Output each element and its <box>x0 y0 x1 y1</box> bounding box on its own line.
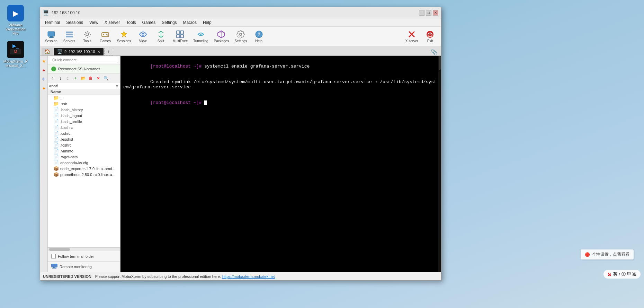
menu-sessions[interactable]: Sessions <box>63 19 86 26</box>
reconnect-button[interactable]: Reconnect SSH-browser <box>48 64 120 74</box>
toolbar-help-label: Help <box>255 39 262 43</box>
tab-home[interactable]: 🏠 <box>42 48 53 55</box>
menu-settings[interactable]: Settings <box>159 19 179 26</box>
file-item-prometheus[interactable]: 📦prometheus-2.50.0-rc.0.linux-a... <box>48 171 120 177</box>
toolbar-multiexec[interactable]: MultiExec <box>171 29 190 44</box>
file-item-viminfo[interactable]: 📄.viminfo <box>48 148 120 154</box>
toolbar-games[interactable]: Games <box>97 29 114 44</box>
menu-terminal[interactable]: Terminal <box>42 19 63 26</box>
svg-marker-18 <box>121 31 127 37</box>
menu-help[interactable]: Help <box>200 19 214 26</box>
menu-xserver[interactable]: X server <box>102 19 123 26</box>
file-toolbar-down[interactable]: ↓ <box>57 75 64 82</box>
file-toolbar-up[interactable]: ↑ <box>49 75 56 82</box>
file-list-scrollbar[interactable] <box>48 247 120 251</box>
file-item-wget_hsts[interactable]: 📄.wget-hsts <box>48 154 120 160</box>
toolbar-tunneling[interactable]: Tunneling <box>191 29 211 44</box>
menu-games[interactable]: Games <box>140 19 159 26</box>
file-icon-dotdot: 📁 <box>53 95 59 100</box>
mobaxterm-label: MobaXterm_Personal_2... <box>3 59 28 68</box>
file-item-anaconda[interactable]: 📄anaconda-ks.cfg <box>48 160 120 166</box>
file-item-lesshst[interactable]: 📄.lesshst <box>48 136 120 142</box>
games-icon <box>101 29 109 39</box>
desktop-icon-vmware[interactable]: ▶ VMware Workstation Pro <box>2 3 29 37</box>
toolbar-help[interactable]: ? Help <box>251 29 267 44</box>
toolbar-view[interactable]: View <box>135 29 151 44</box>
vsidebar-bookmark[interactable]: ★ <box>41 58 47 64</box>
vsidebar-orange[interactable]: ● <box>41 85 47 91</box>
bottom-widget[interactable]: 🔴 个性设置，点我看看 <box>581 249 634 259</box>
terminal-area[interactable]: [root@localhost ~]# systemctl enable gra… <box>120 56 441 272</box>
file-name-ssh: .ssh <box>60 102 67 106</box>
svg-rect-20 <box>177 31 180 34</box>
svg-rect-9 <box>66 32 73 33</box>
file-toolbar-sync[interactable]: ↕ <box>64 75 71 82</box>
desktop-icon-mobaxterm[interactable]: ▶_ M MobaXterm_Personal_2... <box>2 40 29 69</box>
pin-button[interactable]: 📎 <box>429 49 440 55</box>
file-item-cshrc[interactable]: 📄.cshrc <box>48 130 120 136</box>
file-item-node_exporter[interactable]: 📦node_exporter-1.7.0.linux-amd... <box>48 166 120 171</box>
xserver-icon <box>408 29 416 39</box>
unregistered-label: UNREGISTERED VERSION <box>43 274 91 279</box>
quick-connect-input[interactable] <box>50 57 118 63</box>
title-bar-controls: — □ ✕ <box>419 10 438 16</box>
menu-macros[interactable]: Macros <box>180 19 199 26</box>
file-toolbar-close[interactable]: ✕ <box>95 75 102 82</box>
csdn-widget[interactable]: S 英 ♪ ① 甲 盗 <box>603 270 641 279</box>
svg-point-12 <box>86 33 89 36</box>
vsidebar-red[interactable]: ● <box>41 67 47 73</box>
toolbar-exit[interactable]: Exit <box>422 29 438 44</box>
follow-folder-checkbox[interactable] <box>51 254 56 258</box>
vsidebar-paper[interactable]: ✈ <box>41 76 47 82</box>
file-icon-bash_profile: 📄 <box>53 119 59 124</box>
file-item-dotdot[interactable]: 📁.. <box>48 95 120 101</box>
new-tab-button[interactable]: + <box>104 48 113 55</box>
sessions-icon <box>120 29 128 39</box>
file-toolbar-search[interactable]: 🔍 <box>102 75 109 82</box>
file-toolbar-new-folder[interactable]: + <box>72 75 79 82</box>
file-name-bash_logout: .bash_logout <box>60 114 82 118</box>
file-item-bash_history[interactable]: 📄.bash_history <box>48 107 120 113</box>
toolbar-sessions[interactable]: Sessions <box>115 29 133 44</box>
xserver-label: X server <box>405 39 418 43</box>
toolbar-packages[interactable]: Packages <box>212 29 231 44</box>
terminal-scrollbar[interactable] <box>438 56 441 272</box>
toolbar-servers[interactable]: Servers <box>61 29 78 44</box>
file-item-tcshrc[interactable]: 📄.tcshrc <box>48 142 120 148</box>
file-item-bash_profile[interactable]: 📄.bash_profile <box>48 118 120 124</box>
toolbar-settings[interactable]: Settings <box>232 29 249 44</box>
maximize-button[interactable]: □ <box>426 10 431 16</box>
toolbar-xserver[interactable]: X server <box>403 29 420 44</box>
file-toolbar-open[interactable]: 📂 <box>80 75 87 82</box>
remote-monitoring-button[interactable]: Remote monitoring <box>48 261 120 272</box>
status-link[interactable]: https://mobaxterm.mobatek.net <box>222 274 275 279</box>
file-icon-bash_logout: 📄 <box>53 113 59 118</box>
toolbar: Session Servers Tools Games <box>40 27 441 46</box>
path-input[interactable] <box>49 84 115 88</box>
file-toolbar-delete[interactable]: 🗑 <box>87 75 94 82</box>
svg-rect-10 <box>66 34 73 35</box>
tab-close-button[interactable]: ✕ <box>97 50 100 54</box>
follow-folder-label: Follow terminal folder <box>58 254 94 258</box>
menu-tools[interactable]: Tools <box>124 19 139 26</box>
svg-rect-7 <box>50 36 53 37</box>
minimize-button[interactable]: — <box>419 10 424 16</box>
toolbar-session[interactable]: Session <box>43 29 60 44</box>
moba-window: 🖥️ 192.168.100.10 — □ ✕ Terminal Session… <box>40 7 441 281</box>
toolbar-split[interactable]: Split <box>153 29 169 44</box>
packages-icon <box>217 29 225 39</box>
file-item-bash_logout[interactable]: 📄.bash_logout <box>48 113 120 118</box>
toolbar-tools[interactable]: Tools <box>79 29 96 44</box>
file-name-lesshst: .lesshst <box>60 137 73 141</box>
status-message: - Please support MobaXterm by subscribin… <box>93 274 221 279</box>
svg-rect-6 <box>48 32 55 36</box>
menu-view[interactable]: View <box>87 19 101 26</box>
file-item-ssh[interactable]: 📁.ssh <box>48 101 120 107</box>
path-dropdown[interactable]: ▼ <box>115 84 119 88</box>
file-name-bash_history: .bash_history <box>60 108 83 112</box>
close-button[interactable]: ✕ <box>433 10 438 16</box>
terminal-prompt-1: [root@localhost ~]# <box>150 64 204 69</box>
file-item-bashrc[interactable]: 📄.bashrc <box>48 124 120 130</box>
terminal-cmd-1: systemctl enable grafana-server.service <box>204 64 310 69</box>
tab-ssh[interactable]: 🖥️ 9. 192.168.100.10 ✕ <box>54 48 104 55</box>
